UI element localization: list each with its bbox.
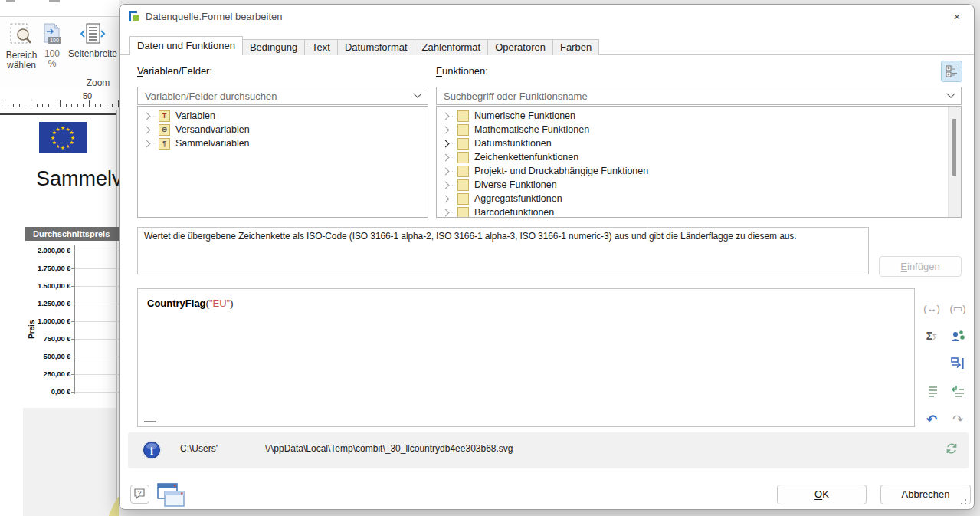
tree-connector: ··: [451, 182, 457, 189]
expand-chevron-icon[interactable]: [143, 112, 151, 120]
path-prefix: C:\Users': [180, 443, 218, 454]
horizontal-ruler: 50: [0, 90, 119, 110]
expand-chevron-icon[interactable]: [442, 126, 450, 133]
formula-paren-close: ): [230, 297, 233, 309]
tree-item-sammelvariablen[interactable]: ·· ¶ Sammelvariablen: [138, 136, 428, 150]
tree-connector: ··: [152, 113, 159, 120]
splitter-handle[interactable]: [144, 421, 156, 422]
expand-chevron-icon[interactable]: [442, 167, 450, 175]
svg-text:?: ?: [138, 489, 142, 497]
tree-item-barcodefunktionen[interactable]: ·· Barcodefunktionen: [437, 205, 961, 218]
tab-farben[interactable]: Farben: [552, 39, 599, 55]
function-folder-icon: [457, 138, 469, 150]
scrollbar-thumb[interactable]: [952, 119, 956, 176]
clipped-ribbon-text: [6, 0, 15, 2]
help-button[interactable]: ?: [130, 485, 149, 504]
tree-item-mathematische-funktionen[interactable]: ·· Mathematische Funktionen: [437, 123, 961, 136]
dialog-title: Datenquelle.Formel bearbeiten: [146, 11, 283, 22]
chart-y-axis-label: Preis: [28, 320, 36, 339]
functions-tree: ·· Numerische Funktionen ·· Mathematisch…: [436, 106, 962, 218]
tree-connector: ··: [451, 140, 457, 147]
ruler-mark-50: 50: [83, 91, 92, 100]
function-folder-icon: [457, 110, 469, 122]
function-description: Wertet die übergebene Zeichenkette als I…: [137, 227, 869, 274]
cascade-windows-icon[interactable]: [156, 482, 187, 510]
expand-chevron-icon[interactable]: [442, 112, 450, 120]
expand-chevron-icon[interactable]: [442, 209, 450, 216]
expand-chevron-icon[interactable]: [143, 126, 151, 133]
tree-item-zeichenkettenfunktionen[interactable]: ·· Zeichenkettenfunktionen: [437, 150, 961, 164]
svg-text:★: ★: [61, 125, 65, 131]
tree-connector: ··: [451, 209, 457, 216]
contacts-icon[interactable]: [948, 327, 968, 345]
function-folder-icon: [457, 207, 469, 219]
auto-format-icon[interactable]: [948, 382, 968, 400]
chart-gridlines: [75, 251, 119, 393]
tree-item-projekt-druckabhaengige-funktionen[interactable]: ·· Projekt- und Druckabhängige Funktione…: [437, 164, 961, 178]
page-width-button[interactable]: Seitenbreite: [66, 19, 119, 59]
tree-item-label: Variablen: [175, 110, 215, 121]
function-folder-icon: [457, 124, 469, 136]
function-folder-icon: [457, 193, 469, 205]
functions-label: Funktionen:: [436, 65, 488, 77]
svg-text:100: 100: [50, 38, 59, 43]
tree-item-datumsfunktionen[interactable]: ·· Datumsfunktionen: [437, 136, 961, 150]
scrollbar[interactable]: [948, 107, 961, 217]
formula-editor[interactable]: CountryFlag("EU"): [137, 288, 915, 427]
variables-tree: ·· T Variablen ·· Θ Versandvariablen ·· …: [137, 106, 428, 218]
expand-chevron-icon[interactable]: [442, 140, 450, 147]
tree-item-variablen[interactable]: ·· T Variablen: [138, 109, 428, 123]
zoom-100-label: 100 %: [40, 49, 64, 70]
page-width-label: Seitenbreite: [66, 49, 119, 59]
tree-item-diverse-funktionen[interactable]: ·· Diverse Funktionen: [437, 178, 961, 192]
ribbon-group-label: Zoom: [77, 77, 119, 88]
tab-operatoren[interactable]: Operatoren: [487, 39, 553, 55]
document-heading: Sammelva: [36, 167, 119, 191]
expand-chevron-icon[interactable]: [442, 153, 450, 161]
expand-chevron-icon[interactable]: [442, 195, 450, 202]
parentheses-width-icon[interactable]: (↔): [922, 299, 942, 317]
chevron-down-icon: [946, 90, 955, 98]
tab-datumsformat[interactable]: Datumsformat: [337, 39, 415, 55]
tree-item-label: Mathematische Funktionen: [474, 124, 589, 135]
cancel-button[interactable]: Abbrechen: [880, 485, 971, 504]
expand-chevron-icon[interactable]: [442, 181, 450, 189]
tab-daten-und-funktionen[interactable]: Daten und Funktionen: [129, 36, 243, 55]
expand-chevron-icon[interactable]: [143, 140, 151, 147]
variable-type-icon: ¶: [159, 138, 170, 150]
insert-field-icon[interactable]: [948, 354, 968, 373]
format-lines-icon[interactable]: [922, 382, 942, 400]
formula-editor-dialog: Datenquelle.Formel bearbeiten × Daten un…: [119, 4, 975, 510]
sum-function-icon[interactable]: ΣΣ: [922, 327, 942, 345]
ruler-ticks-major: [2, 100, 119, 107]
refresh-icon[interactable]: [946, 442, 958, 455]
tree-item-versandvariablen[interactable]: ·· Θ Versandvariablen: [138, 123, 428, 136]
variable-type-icon: Θ: [159, 124, 170, 136]
insert-button[interactable]: Einfügen: [879, 256, 962, 277]
tab-text[interactable]: Text: [304, 39, 338, 55]
redo-icon[interactable]: ↷: [948, 410, 968, 429]
variables-search-placeholder: Variablen/Felder durchsuchen: [145, 90, 277, 102]
undo-icon[interactable]: ↶: [922, 410, 942, 429]
select-area-button[interactable]: Bereich wählen: [2, 19, 41, 71]
formula-string-argument: "EU": [209, 297, 230, 309]
close-icon[interactable]: ×: [946, 8, 968, 25]
tab-zahlenformat[interactable]: Zahlenformat: [415, 39, 489, 55]
dialog-titlebar[interactable]: Datenquelle.Formel bearbeiten ×: [120, 5, 974, 28]
zoom-100-button[interactable]: 100 100 %: [40, 19, 64, 70]
tab-bedingung[interactable]: Bedingung: [242, 39, 305, 55]
tree-item-label: Numerische Funktionen: [474, 110, 575, 121]
function-folder-icon: [457, 179, 469, 191]
tree-view-toggle-button[interactable]: [941, 61, 962, 82]
variables-search-input[interactable]: Variablen/Felder durchsuchen: [137, 87, 428, 105]
functions-search-input[interactable]: Suchbegriff oder Funktionsname: [436, 87, 962, 105]
tree-item-numerische-funktionen[interactable]: ·· Numerische Funktionen: [437, 109, 961, 123]
tree-item-aggregatsfunktionen[interactable]: ·· Aggregatsfunktionen: [437, 192, 961, 205]
preview-file-path: C:\Users'\AppData\Local\Temp\combit\_30_…: [180, 443, 513, 454]
tree-connector: ··: [451, 154, 457, 161]
parentheses-block-icon[interactable]: (▭): [948, 299, 968, 317]
tree-item-label: Datumsfunktionen: [474, 138, 552, 149]
svg-text:★: ★: [66, 143, 70, 150]
tree-item-label: Versandvariablen: [175, 124, 250, 135]
ok-button[interactable]: OK: [777, 485, 867, 504]
